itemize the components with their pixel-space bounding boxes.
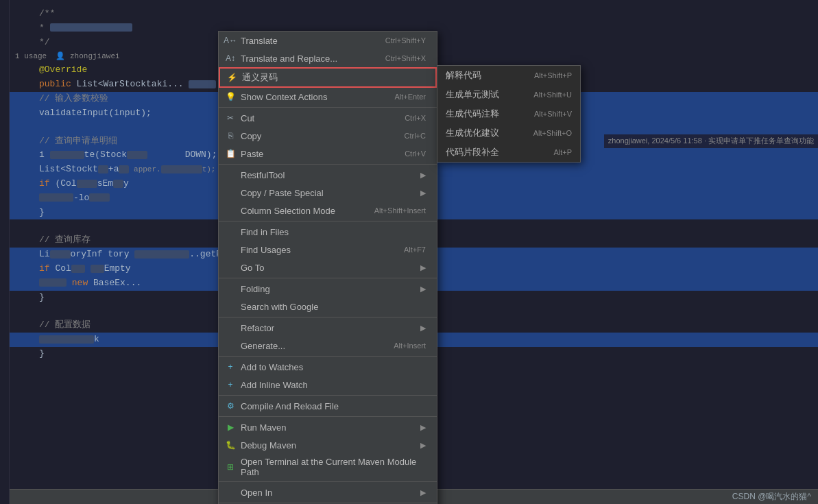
menu-label: Translate and Replace... — [241, 53, 374, 64]
arrow-icon: ▶ — [420, 423, 426, 432]
tongyi-item-explain[interactable]: 解释代码 Alt+Shift+P — [437, 66, 580, 85]
menu-label: Find Usages — [241, 245, 393, 255]
menu-divider — [219, 395, 437, 396]
menu-item-cut[interactable]: ✂ Cut Ctrl+X — [219, 109, 437, 127]
menu-item-add-watches[interactable]: + Add to Watches — [219, 358, 437, 376]
menu-item-add-inline-watch[interactable]: + Add Inline Watch — [219, 376, 437, 394]
arrow-icon: ▶ — [420, 488, 426, 497]
menu-item-search-google[interactable]: Search with Google — [219, 298, 437, 315]
generate-icon — [224, 339, 237, 352]
cut-icon: ✂ — [224, 112, 237, 124]
menu-shortcut: Ctrl+X — [405, 114, 426, 122]
tongyi-submenu: 解释代码 Alt+Shift+P 生成单元测试 Alt+Shift+U 生成代码… — [437, 65, 581, 163]
menu-item-translate[interactable]: A↔ Translate Ctrl+Shift+Y — [219, 32, 437, 49]
code-line: /** — [10, 7, 818, 21]
context-menu: A↔ Translate Ctrl+Shift+Y A↕ Translate a… — [218, 31, 437, 504]
menu-label: Search with Google — [241, 302, 426, 312]
arrow-icon: ▶ — [420, 441, 426, 450]
menu-label: Add to Watches — [241, 362, 426, 372]
add-watches-icon: + — [224, 361, 237, 373]
menu-label: RestfulTool — [241, 170, 418, 180]
menu-item-restful[interactable]: RestfulTool ▶ — [219, 166, 437, 184]
menu-divider — [219, 107, 437, 108]
menu-label: Copy / Paste Special — [241, 188, 418, 198]
run-maven-icon: ▶ — [224, 421, 237, 433]
menu-item-find-files[interactable]: Find in Files — [219, 223, 437, 241]
menu-shortcut: Alt+Enter — [394, 93, 426, 101]
column-icon — [224, 204, 237, 217]
menu-label: Add Inline Watch — [241, 380, 426, 390]
tongyi-shortcut: Alt+Shift+O — [533, 129, 572, 137]
compile-icon: ⚙ — [224, 400, 237, 412]
tongyi-shortcut: Alt+Shift+U — [533, 91, 572, 99]
tongyi-shortcut: Alt+P — [553, 148, 572, 156]
menu-divider — [219, 356, 437, 357]
menu-item-copy[interactable]: ⎘ Copy Ctrl+C — [219, 127, 437, 145]
goto-icon — [224, 261, 237, 274]
menu-label: Open Terminal at the Current Maven Modul… — [241, 457, 426, 477]
copy-paste-icon — [224, 187, 237, 199]
menu-item-compile[interactable]: ⚙ Compile And Reload File — [219, 397, 437, 415]
status-text: CSDN @喝汽水的猫^ — [732, 491, 811, 503]
menu-item-translate-replace[interactable]: A↕ Translate and Replace... Ctrl+Shift+X — [219, 49, 437, 67]
tongyi-label: 生成优化建议 — [446, 127, 499, 139]
arrow-icon: ▶ — [420, 324, 426, 333]
menu-label: Show Context Actions — [241, 92, 383, 102]
menu-item-tongyi[interactable]: ⚡ 通义灵码 — [219, 67, 437, 88]
menu-item-run-maven[interactable]: ▶ Run Maven ▶ — [219, 418, 437, 436]
menu-item-column-select[interactable]: Column Selection Mode Alt+Shift+Insert — [219, 202, 437, 219]
menu-item-open-in[interactable]: Open In ▶ — [219, 483, 437, 501]
arrow-icon: ▶ — [420, 263, 426, 272]
menu-shortcut: Alt+Insert — [394, 341, 426, 350]
menu-shortcut: Ctrl+Shift+Y — [385, 36, 426, 45]
menu-item-open-terminal[interactable]: ⊞ Open Terminal at the Current Maven Mod… — [219, 454, 437, 480]
menu-label: Open In — [241, 488, 418, 498]
menu-label: Refactor — [241, 323, 418, 333]
menu-label: Folding — [241, 284, 418, 294]
tongyi-label: 生成代码注释 — [446, 108, 499, 120]
menu-label: Find in Files — [241, 227, 426, 237]
folding-icon — [224, 283, 237, 295]
menu-label: Go To — [241, 263, 418, 273]
restful-icon — [224, 169, 237, 181]
menu-divider — [219, 317, 437, 317]
tongyi-shortcut: Alt+Shift+P — [534, 71, 572, 80]
debug-maven-icon: 🐛 — [224, 439, 237, 451]
google-icon — [224, 300, 237, 313]
menu-label: Column Selection Mode — [241, 206, 363, 216]
paste-icon: 📋 — [224, 147, 237, 160]
tongyi-item-optimize[interactable]: 生成优化建议 Alt+Shift+O — [437, 123, 580, 143]
menu-divider — [219, 278, 437, 278]
menu-item-paste[interactable]: 📋 Paste Ctrl+V — [219, 145, 437, 163]
ai-icon: ⚡ — [226, 71, 238, 84]
menu-item-goto[interactable]: Go To ▶ — [219, 259, 437, 276]
menu-label: 通义灵码 — [242, 71, 424, 84]
menu-item-debug-maven[interactable]: 🐛 Debug Maven ▶ — [219, 436, 437, 454]
menu-item-show-context[interactable]: 💡 Show Context Actions Alt+Enter — [219, 88, 437, 106]
menu-shortcut: Ctrl+C — [405, 132, 426, 140]
menu-item-folding[interactable]: Folding ▶ — [219, 280, 437, 298]
find-icon — [224, 226, 237, 238]
refactor-icon — [224, 322, 237, 334]
terminal-icon: ⊞ — [224, 461, 237, 473]
menu-item-find-usages[interactable]: Find Usages Alt+F7 — [219, 241, 437, 259]
menu-shortcut: Ctrl+V — [405, 149, 426, 158]
menu-label: Paste — [241, 149, 394, 159]
menu-item-generate[interactable]: Generate... Alt+Insert — [219, 337, 437, 355]
copy-icon: ⎘ — [224, 130, 237, 142]
commit-annotation: zhongjiawei, 2024/5/6 11:58 · 实现申请单下推任务单… — [604, 134, 818, 148]
menu-item-refactor[interactable]: Refactor ▶ — [219, 319, 437, 337]
tongyi-item-gen-comment[interactable]: 生成代码注释 Alt+Shift+V — [437, 104, 580, 123]
tongyi-item-code-complete[interactable]: 代码片段补全 Alt+P — [437, 143, 580, 162]
menu-shortcut: Alt+Shift+Insert — [374, 206, 426, 215]
arrow-icon: ▶ — [420, 189, 426, 197]
menu-divider — [219, 503, 437, 503]
arrow-icon: ▶ — [420, 171, 426, 180]
menu-divider — [219, 481, 437, 482]
menu-label: Copy — [241, 131, 394, 141]
menu-divider — [219, 416, 437, 417]
tongyi-item-unit-test[interactable]: 生成单元测试 Alt+Shift+U — [437, 85, 580, 104]
menu-item-copy-paste[interactable]: Copy / Paste Special ▶ — [219, 184, 437, 202]
translate-icon: A↔ — [224, 34, 237, 47]
menu-label: Cut — [241, 113, 394, 123]
